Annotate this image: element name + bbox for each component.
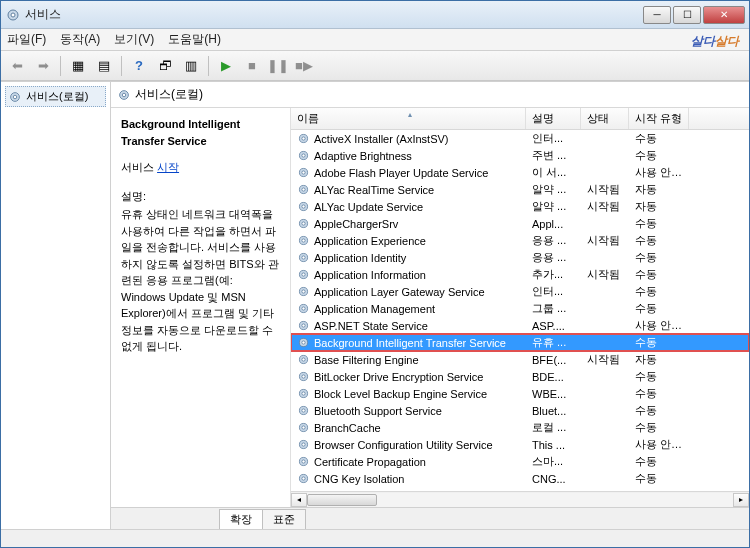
scroll-track[interactable] (307, 493, 733, 507)
restart-service-button: ■▶ (292, 54, 316, 78)
gear-icon (297, 200, 310, 213)
cell-start: 수동 (629, 419, 689, 436)
titlebar[interactable]: 서비스 ─ ☐ ✕ (1, 1, 749, 29)
col-header-desc[interactable]: 설명 (526, 108, 581, 129)
properties-button[interactable]: ▥ (179, 54, 203, 78)
col-header-start[interactable]: 시작 유형 (629, 108, 689, 129)
cell-start: 수동 (629, 249, 689, 266)
tab-standard[interactable]: 표준 (262, 509, 306, 529)
cell-start: 수동 (629, 385, 689, 402)
menu-action[interactable]: 동작(A) (60, 31, 100, 48)
description-body: 유휴 상태인 네트워크 대역폭을 사용하여 다른 작업을 하면서 파일을 전송합… (121, 206, 280, 355)
view-tabs: 확장 표준 (111, 507, 749, 529)
forward-button: ➡ (31, 54, 55, 78)
cell-desc: 이 서... (526, 164, 581, 181)
pause-service-button: ❚❚ (266, 54, 290, 78)
cell-status: 시작됨 (581, 232, 629, 249)
menu-file[interactable]: 파일(F) (7, 31, 46, 48)
service-row[interactable]: ALYac RealTime Service알약 ...시작됨자동 (291, 181, 749, 198)
menu-view[interactable]: 보기(V) (114, 31, 154, 48)
cell-status (581, 478, 629, 480)
svg-point-15 (302, 205, 305, 208)
start-service-button[interactable]: ▶ (214, 54, 238, 78)
service-row[interactable]: ActiveX Installer (AxInstSV)인터...수동 (291, 130, 749, 147)
show-hide-tree-button[interactable]: ▦ (66, 54, 90, 78)
services-list[interactable]: ActiveX Installer (AxInstSV)인터...수동Adapt… (291, 130, 749, 491)
scroll-left-button[interactable]: ◂ (291, 493, 307, 507)
cell-desc: 응용 ... (526, 232, 581, 249)
scroll-thumb[interactable] (307, 494, 377, 506)
tree-services-local[interactable]: 서비스(로컬) (5, 86, 106, 107)
service-row[interactable]: Background Intelligent Transfer Service유… (291, 334, 749, 351)
cell-name: Application Identity (291, 250, 526, 265)
cell-status (581, 461, 629, 463)
cell-start: 자동 (629, 351, 689, 368)
list-heading: 서비스(로컬) (111, 82, 749, 108)
service-row[interactable]: AppleChargerSrvAppl...수동 (291, 215, 749, 232)
svg-point-1 (11, 13, 15, 17)
cell-start: 사용 안 함 (629, 317, 689, 334)
svg-point-43 (302, 443, 305, 446)
service-row[interactable]: ASP.NET State ServiceASP....사용 안 함 (291, 317, 749, 334)
col-header-status[interactable]: 상태 (581, 108, 629, 129)
svg-point-37 (302, 392, 305, 395)
gear-icon (297, 353, 310, 366)
service-row[interactable]: Block Level Backup Engine ServiceWBE...수… (291, 385, 749, 402)
start-link[interactable]: 시작 (157, 161, 179, 173)
service-row[interactable]: Application Layer Gateway Service인터...수동 (291, 283, 749, 300)
toolbar: ⬅ ➡ ▦ ▤ ? 🗗 ▥ ▶ ■ ❚❚ ■▶ (1, 51, 749, 81)
gear-icon (297, 370, 310, 383)
service-row[interactable]: Application Identity응용 ...수동 (291, 249, 749, 266)
cell-start: 수동 (629, 368, 689, 385)
cell-desc: 그룹 ... (526, 300, 581, 317)
cell-start: 자동 (629, 181, 689, 198)
help-button[interactable]: ? (127, 54, 151, 78)
service-row[interactable]: Base Filtering EngineBFE(...시작됨자동 (291, 351, 749, 368)
cell-status (581, 427, 629, 429)
horizontal-scrollbar[interactable]: ◂ ▸ (291, 491, 749, 507)
service-row[interactable]: BitLocker Drive Encryption ServiceBDE...… (291, 368, 749, 385)
scroll-right-button[interactable]: ▸ (733, 493, 749, 507)
svg-point-5 (122, 93, 126, 97)
gear-icon (297, 183, 310, 196)
service-row[interactable]: Application Experience응용 ...시작됨수동 (291, 232, 749, 249)
service-row[interactable]: Adaptive Brightness주변 ...수동 (291, 147, 749, 164)
col-header-name[interactable]: 이름 (291, 108, 526, 129)
service-row[interactable]: Application Information추가...시작됨수동 (291, 266, 749, 283)
cell-desc: 인터... (526, 283, 581, 300)
close-button[interactable]: ✕ (703, 6, 745, 24)
gear-icon (297, 268, 310, 281)
minimize-button[interactable]: ─ (643, 6, 671, 24)
cell-desc: 로컬 ... (526, 419, 581, 436)
cell-start: 수동 (629, 266, 689, 283)
statusbar (1, 529, 749, 547)
services-window: 서비스 ─ ☐ ✕ 파일(F) 동작(A) 보기(V) 도움말(H) 살다살다 … (0, 0, 750, 548)
gear-icon (297, 387, 310, 400)
menu-help[interactable]: 도움말(H) (168, 31, 221, 48)
gear-icon (297, 421, 310, 434)
tab-extended[interactable]: 확장 (219, 509, 263, 529)
service-row[interactable]: ALYac Update Service알약 ...시작됨자동 (291, 198, 749, 215)
service-row[interactable]: BranchCache로컬 ...수동 (291, 419, 749, 436)
cell-name: Application Information (291, 267, 526, 282)
refresh-button[interactable]: 🗗 (153, 54, 177, 78)
cell-name: ALYac Update Service (291, 199, 526, 214)
cell-desc: 스마... (526, 453, 581, 470)
export-list-button[interactable]: ▤ (92, 54, 116, 78)
cell-status: 시작됨 (581, 266, 629, 283)
gear-icon (8, 90, 22, 104)
cell-status (581, 155, 629, 157)
service-row[interactable]: Application Management그룹 ...수동 (291, 300, 749, 317)
maximize-button[interactable]: ☐ (673, 6, 701, 24)
svg-point-47 (302, 477, 305, 480)
svg-point-29 (302, 324, 305, 327)
service-row[interactable]: Adobe Flash Player Update Service이 서...사… (291, 164, 749, 181)
cell-desc: This ... (526, 438, 581, 452)
service-row[interactable]: Certificate Propagation스마...수동 (291, 453, 749, 470)
cell-status (581, 291, 629, 293)
cell-desc: Bluet... (526, 404, 581, 418)
service-row[interactable]: Browser Configuration Utility ServiceThi… (291, 436, 749, 453)
service-row[interactable]: Bluetooth Support ServiceBluet...수동 (291, 402, 749, 419)
cell-name: BitLocker Drive Encryption Service (291, 369, 526, 384)
service-row[interactable]: CNG Key IsolationCNG...수동 (291, 470, 749, 487)
